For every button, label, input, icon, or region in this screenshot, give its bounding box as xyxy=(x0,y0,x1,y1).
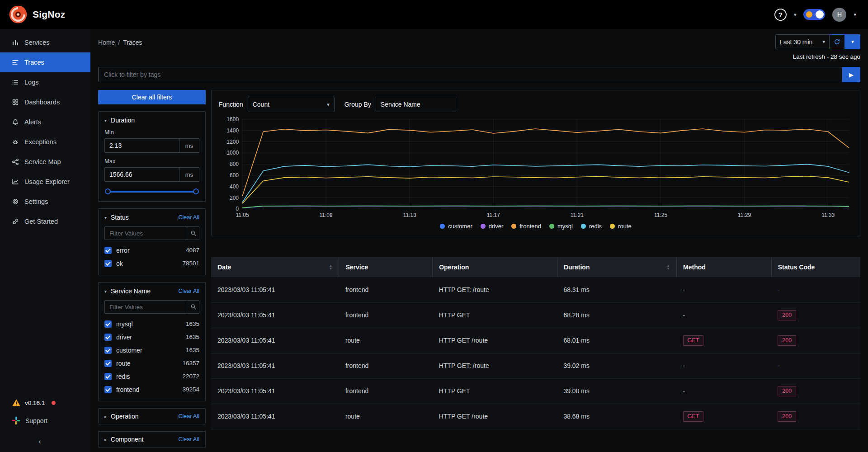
component-clear-all-link[interactable]: Clear All xyxy=(178,436,199,443)
tag-filter-input[interactable] xyxy=(98,67,842,82)
status-clear-all-link[interactable]: Clear All xyxy=(178,214,199,221)
duration-slider-handle-min[interactable] xyxy=(105,188,111,194)
sidebar-item-traces[interactable]: Traces xyxy=(0,52,90,72)
filter-option-route[interactable]: route 16357 xyxy=(104,357,199,370)
group-by-select[interactable]: Service Name xyxy=(376,97,456,112)
duration-slider-handle-max[interactable] xyxy=(193,188,199,194)
theme-toggle[interactable] xyxy=(803,9,825,20)
filter-option-frontend[interactable]: frontend 39254 xyxy=(104,383,199,396)
run-filter-button[interactable]: ▶ xyxy=(842,67,860,82)
cell-duration: 68.01 ms xyxy=(557,328,676,353)
column-header-date[interactable]: Date▲▼ xyxy=(211,257,339,277)
service-section-header[interactable]: ▾ Service Name Clear All xyxy=(104,287,199,295)
trace-row[interactable]: 2023/03/03 11:05:41 route HTTP GET /rout… xyxy=(211,404,860,429)
filter-option-redis[interactable]: redis 22072 xyxy=(104,370,199,383)
filter-option-driver[interactable]: driver 1635 xyxy=(104,330,199,344)
filter-option-ok[interactable]: ok 78501 xyxy=(104,257,199,270)
legend-item-route[interactable]: route xyxy=(610,223,632,230)
help-icon[interactable]: ? xyxy=(774,9,787,21)
duration-section-header[interactable]: ▾ Duration xyxy=(104,117,199,124)
component-section-header[interactable]: ▸ Component Clear All xyxy=(104,436,199,443)
legend-item-redis[interactable]: redis xyxy=(581,223,602,230)
legend-item-customer[interactable]: customer xyxy=(440,223,472,230)
sidebar-item-label: Dashboards xyxy=(24,99,60,106)
chevron-right-icon: ▸ xyxy=(104,437,107,442)
trace-row[interactable]: 2023/03/03 11:05:41 frontend HTTP GET 39… xyxy=(211,378,860,404)
search-icon[interactable] xyxy=(187,300,199,314)
traces-chart[interactable]: 0200400600800100012001400160011:0511:091… xyxy=(219,116,853,222)
slack-icon xyxy=(12,416,20,425)
status-filter-input[interactable] xyxy=(104,226,199,240)
sidebar-item-service-map[interactable]: Service Map xyxy=(0,152,90,172)
sidebar-item-settings[interactable]: Settings xyxy=(0,192,90,212)
operation-clear-all-link[interactable]: Clear All xyxy=(178,413,199,419)
user-chevron-down-icon[interactable]: ▾ xyxy=(854,12,856,18)
chart-svg[interactable]: 0200400600800100012001400160011:0511:091… xyxy=(219,116,853,221)
search-icon[interactable] xyxy=(187,226,199,240)
traces-table: Date▲▼ Service Operation Duration▲▼ Meth… xyxy=(211,257,860,429)
function-label: Function xyxy=(219,101,243,108)
service-filter-input[interactable] xyxy=(104,300,199,314)
legend-item-driver[interactable]: driver xyxy=(481,223,504,230)
checkbox-icon[interactable] xyxy=(104,247,112,254)
checkbox-icon[interactable] xyxy=(104,347,112,354)
function-select[interactable]: Count ▾ xyxy=(248,97,335,112)
legend-item-mysql[interactable]: mysql xyxy=(549,223,573,230)
legend-label: mysql xyxy=(557,223,573,230)
brand[interactable]: SigNoz xyxy=(9,5,65,24)
trace-row[interactable]: 2023/03/03 11:05:41 frontend HTTP GET 68… xyxy=(211,302,860,328)
checkbox-icon[interactable] xyxy=(104,334,112,341)
sidebar-collapse-icon[interactable]: ‹ xyxy=(12,438,90,446)
checkbox-icon[interactable] xyxy=(104,373,112,380)
checkbox-icon[interactable] xyxy=(104,360,112,367)
breadcrumb-home[interactable]: Home xyxy=(98,39,115,46)
sidebar-item-alerts[interactable]: Alerts xyxy=(0,112,90,132)
trace-row[interactable]: 2023/03/03 11:05:41 frontend HTTP GET: /… xyxy=(211,277,860,302)
avatar[interactable]: H xyxy=(832,8,846,22)
status-code-badge: 200 xyxy=(778,411,796,422)
version-row: v0.16.1 xyxy=(12,398,90,407)
sort-icon[interactable]: ▲▼ xyxy=(666,264,670,270)
duration-slider[interactable] xyxy=(106,191,198,193)
trace-row[interactable]: 2023/03/03 11:05:41 route HTTP GET /rout… xyxy=(211,328,860,353)
checkbox-icon[interactable] xyxy=(104,320,112,328)
sidebar-item-logs[interactable]: Logs xyxy=(0,72,90,92)
sidebar-item-services[interactable]: Services xyxy=(0,33,90,52)
refresh-button[interactable] xyxy=(830,34,845,49)
filter-option-mysql[interactable]: mysql 1635 xyxy=(104,317,199,330)
refresh-options-button[interactable]: ▾ xyxy=(845,34,860,49)
filter-option-count: 39254 xyxy=(182,386,199,393)
chevron-down-icon: ▾ xyxy=(327,102,330,108)
sidebar-item-usage-explorer[interactable]: Usage Explorer xyxy=(0,172,90,192)
clear-all-filters-button[interactable]: Clear all filters xyxy=(98,90,206,104)
service-clear-all-link[interactable]: Clear All xyxy=(178,288,199,294)
support-link[interactable]: Support xyxy=(12,416,90,425)
filter-option-error[interactable]: error 4087 xyxy=(104,244,199,257)
checkbox-icon[interactable] xyxy=(104,386,112,393)
trace-row[interactable]: 2023/03/03 11:05:41 frontend HTTP GET: /… xyxy=(211,353,860,378)
operation-section-header[interactable]: ▸ Operation Clear All xyxy=(104,413,199,420)
column-header-duration[interactable]: Duration▲▼ xyxy=(557,257,676,277)
sidebar-item-dashboards[interactable]: Dashboards xyxy=(0,92,90,112)
sidebar-bottom: v0.16.1 Support ‹ xyxy=(0,398,90,452)
legend-item-frontend[interactable]: frontend xyxy=(511,223,541,230)
last-refresh-text: Last refresh - 28 sec ago xyxy=(793,53,860,60)
status-section-header[interactable]: ▾ Status Clear All xyxy=(104,214,199,221)
service-options-list: mysql 1635 driver 1635 customer 1635 rou… xyxy=(104,317,199,396)
time-range-select[interactable]: Last 30 min ▾ xyxy=(775,34,830,49)
cell-operation: HTTP GET /route xyxy=(433,404,557,429)
sidebar-item-get-started[interactable]: Get Started xyxy=(0,212,90,231)
sort-icon[interactable]: ▲▼ xyxy=(329,264,332,270)
filter-option-customer[interactable]: customer 1635 xyxy=(104,344,199,357)
main-content: Home / Traces Last 30 min ▾ ▾ Last refre… xyxy=(90,29,868,452)
sidebar-item-exceptions[interactable]: Exceptions xyxy=(0,132,90,152)
column-label: Operation xyxy=(439,264,469,271)
checkbox-icon[interactable] xyxy=(104,260,112,267)
gear-icon xyxy=(12,198,19,205)
cell-status-code: 200 xyxy=(771,302,860,328)
legend-dot-icon xyxy=(549,224,554,229)
duration-min-input[interactable] xyxy=(104,138,179,153)
help-chevron-down-icon[interactable]: ▾ xyxy=(794,12,797,18)
duration-max-input[interactable] xyxy=(104,167,179,182)
duration-min-unit: ms xyxy=(179,138,199,153)
